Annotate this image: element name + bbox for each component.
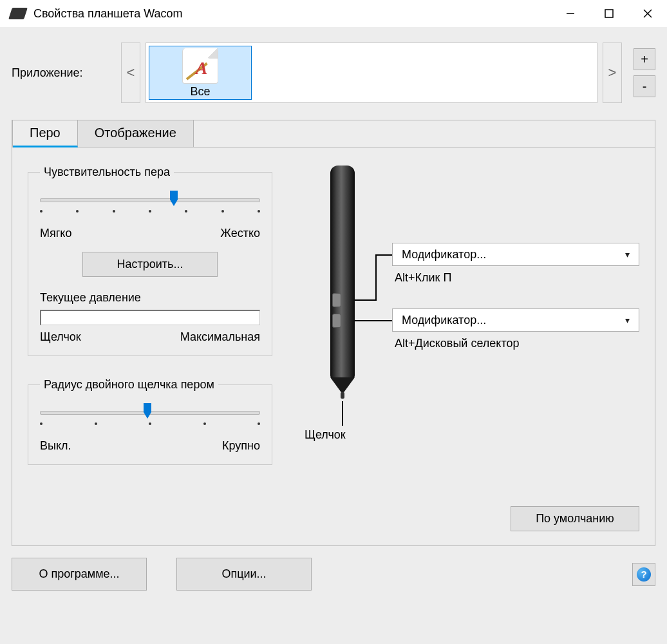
about-button[interactable]: О программе...	[12, 558, 147, 591]
tip-feel-slider[interactable]	[40, 192, 260, 214]
tab-mapping[interactable]: Отображение	[78, 120, 194, 147]
double-click-large-label: Крупно	[222, 439, 260, 453]
pen-tab-content: Чувствительность пера Мягко Жестко Настр…	[12, 147, 655, 487]
titlebar: Свойства планшета Wacom	[0, 0, 667, 27]
pen-upper-button-value: Модификатор...	[402, 248, 486, 261]
customize-button[interactable]: Настроить...	[82, 252, 218, 277]
tab-pen[interactable]: Перо	[13, 120, 78, 147]
tip-feel-legend: Чувствительность пера	[40, 166, 174, 179]
double-click-legend: Радиус двойного щелчка пером	[40, 378, 218, 392]
pen-upper-button-sub: Alt+Клик П	[395, 271, 451, 285]
svg-marker-4	[170, 191, 178, 206]
window-title: Свойства планшета Wacom	[33, 7, 551, 21]
scroll-right-button[interactable]: >	[603, 43, 622, 103]
tip-feel-group: Чувствительность пера Мягко Жестко Настр…	[28, 166, 272, 356]
tab-bar: Перо Отображение	[12, 120, 655, 147]
remove-application-button[interactable]: -	[634, 75, 655, 97]
application-item-label: Все	[190, 85, 210, 99]
application-item-all[interactable]: A Все	[149, 46, 252, 100]
wacom-tablet-icon	[8, 8, 28, 19]
chevron-down-icon: ▾	[625, 249, 630, 260]
close-button[interactable]	[628, 0, 667, 27]
pen-diagram: Модификатор... ▾ Alt+Клик П Модификатор.…	[279, 166, 639, 449]
double-click-slider[interactable]	[40, 404, 260, 426]
footer-row: О программе... Опции... ?	[12, 558, 655, 591]
current-pressure-bar	[40, 310, 260, 325]
pen-upper-button-graphic	[332, 293, 341, 307]
settings-panel: Перо Отображение Чувствительность пера	[12, 120, 655, 546]
minimize-button[interactable]	[551, 0, 590, 27]
add-application-button[interactable]: +	[634, 48, 655, 70]
svg-rect-1	[605, 10, 613, 17]
window-controls	[551, 0, 667, 27]
pressure-click-label: Щелчок	[40, 330, 81, 344]
help-button[interactable]: ?	[632, 563, 655, 586]
pressure-max-label: Максимальная	[180, 330, 260, 344]
tip-feel-soft-label: Мягко	[40, 227, 71, 240]
tip-feel-firm-label: Жестко	[220, 227, 260, 240]
all-apps-icon: A	[182, 48, 218, 84]
pen-lower-button-graphic	[332, 314, 341, 328]
chevron-down-icon: ▾	[625, 315, 630, 325]
help-icon: ?	[637, 567, 651, 582]
pen-body-graphic	[330, 166, 355, 379]
pen-lower-button-dropdown[interactable]: Модификатор... ▾	[392, 308, 639, 332]
application-label: Приложение:	[12, 66, 102, 80]
pen-lower-button-sub: Alt+Дисковый селектор	[395, 337, 519, 350]
pen-lower-button-value: Модификатор...	[402, 314, 486, 327]
defaults-button[interactable]: По умолчанию	[511, 506, 639, 531]
pen-upper-button-dropdown[interactable]: Модификатор... ▾	[392, 243, 639, 266]
application-strip: A Все	[146, 43, 597, 103]
pen-tip-label: Щелчок	[305, 428, 346, 442]
current-pressure-label: Текущее давление	[40, 291, 260, 305]
double-click-group: Радиус двойного щелчка пером Выкл. Крупн…	[28, 378, 272, 465]
maximize-button[interactable]	[590, 0, 628, 27]
scroll-left-button[interactable]: <	[121, 43, 140, 103]
svg-marker-5	[144, 403, 151, 419]
options-button[interactable]: Опции...	[176, 558, 312, 591]
application-row: Приложение: < A Все > + -	[12, 27, 655, 108]
double-click-off-label: Выкл.	[40, 439, 71, 453]
dialog-body: Приложение: < A Все > + - Перо Отображен…	[0, 27, 667, 644]
